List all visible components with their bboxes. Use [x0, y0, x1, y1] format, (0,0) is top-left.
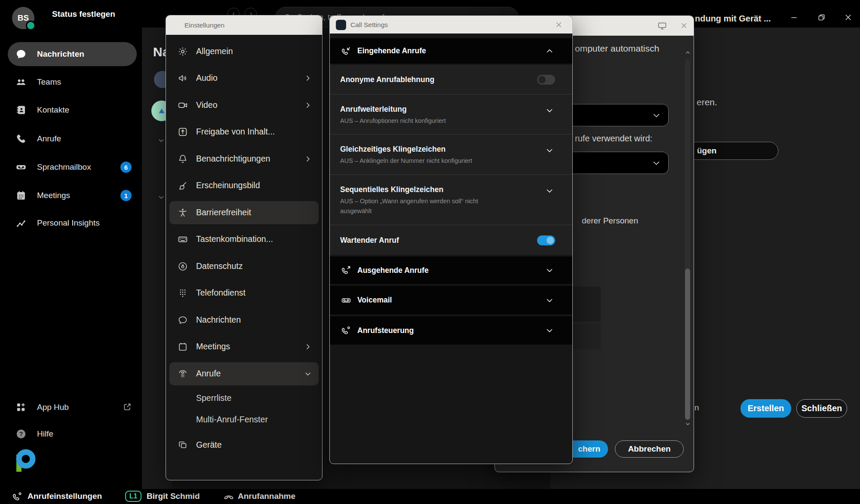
share-icon-wrap [178, 127, 188, 137]
settings-menu-item-datenschutz[interactable]: Datenschutz [166, 256, 322, 277]
settings-menu-item-erscheinungsbild[interactable]: Erscheinungsbild [166, 175, 322, 196]
call-settings-section-label: Anrufsteuerung [357, 326, 414, 335]
settings-menu-item-geräte[interactable]: Geräte [166, 434, 322, 456]
settings-menu-item-freigabe-von-inhalt-[interactable]: Freigabe von Inhalt... [166, 121, 322, 143]
keyboard-icon [178, 234, 188, 244]
scrollbar-up-button[interactable] [685, 49, 691, 56]
call-settings-row-voicemail[interactable]: Voicemail [330, 286, 572, 315]
sidebar-item-sprachmailbox[interactable]: Sprachmailbox6 [0, 155, 142, 179]
sidebar-item-app-hub[interactable]: App Hub [0, 396, 142, 418]
call-settings-row-wartender-anruf[interactable]: Wartender Anruf [330, 225, 572, 255]
sidebar-item-anrufe[interactable]: Anrufe [0, 127, 142, 151]
scrollbar-down-button[interactable] [685, 421, 691, 427]
add-button-fragment[interactable]: ügen [687, 142, 778, 160]
cancel-button[interactable]: Abbrechen [615, 440, 684, 458]
sidebar-item-hilfe[interactable]: Hilfe [0, 423, 142, 445]
call-settings-row-sequentielles-klingelzeichen[interactable]: Sequentielles KlingelzeichenAUS – Option… [330, 174, 572, 225]
devices-icon-wrap [178, 440, 188, 450]
restore-button[interactable] [815, 11, 827, 23]
sidebar-item-teams[interactable]: Teams [0, 70, 142, 94]
chevron-down-icon [651, 110, 661, 120]
people-icon-wrap [15, 76, 27, 88]
settings-menu-item-label: Video [196, 100, 218, 110]
close-button[interactable] [842, 11, 854, 23]
chat-outline-icon [178, 315, 188, 325]
contacts-icon-wrap [15, 104, 27, 116]
sidebar: NachrichtenTeamsKontakteAnrufeSprachmail… [0, 27, 142, 489]
settings-menu-item-telefondienst[interactable]: Telefondienst [166, 282, 322, 304]
line-badge-label: L1 [129, 492, 138, 500]
statusbar-user-name[interactable]: Birgit Schmid [147, 492, 200, 501]
close-window-button[interactable]: Schließen [796, 399, 847, 418]
settings-menu-item-sperrliste[interactable]: Sperrliste [166, 388, 322, 409]
sidebar-item-meetings[interactable]: Meetings1 [0, 183, 142, 208]
sidebar-item-personal-insights[interactable]: Personal Insights [0, 211, 142, 235]
device-connection-fragment[interactable]: ndung mit Gerät ... [695, 14, 771, 24]
settings-menu-item-multi-anruf-fenster[interactable]: Multi-Anruf-Fenster [166, 409, 322, 431]
settings-menu-item-meetings[interactable]: Meetings [166, 336, 322, 357]
phone-gear-icon-wrap [341, 325, 351, 336]
call-outgoing-icon-wrap [341, 265, 351, 275]
close-dialog-button[interactable] [680, 21, 688, 30]
call-settings-row-eingehende-anrufe[interactable]: Eingehende Anrufe [330, 38, 572, 64]
chevron-right-icon-wrap [304, 74, 312, 82]
settings-menu-item-label: Allgemein [196, 46, 233, 56]
settings-menu-item-tastenkombination-[interactable]: Tastenkombination... [166, 229, 322, 250]
minimize-button[interactable] [788, 11, 800, 23]
chevron-down-icon [157, 137, 165, 144]
call-settings-row-anonyme-anrufablehnung[interactable]: Anonyme Anrufablehnung [330, 65, 572, 94]
chevron-up-icon-wrap [545, 46, 554, 56]
toggle-on[interactable] [537, 235, 555, 245]
call-settings-row-anrufweiterleitung[interactable]: AnrufweiterleitungAUS – Anrufoptionen ni… [330, 94, 572, 134]
toggle-off[interactable] [537, 75, 555, 85]
bell-icon-wrap [178, 154, 188, 164]
statusbar-call-settings[interactable]: Anrufeinstellungen [28, 492, 102, 501]
scrollbar-thumb[interactable] [685, 269, 690, 420]
chevron-down-icon-wrap [545, 186, 554, 195]
sidebar-item-kontakte[interactable]: Kontakte [0, 98, 142, 122]
chat-icon [15, 49, 27, 60]
settings-menu-item-label: Erscheinungsbild [196, 180, 260, 190]
chat-outline-icon-wrap [178, 315, 188, 325]
call-settings-section-label: Eingehende Anrufe [357, 46, 426, 55]
settings-menu-item-nachrichten[interactable]: Nachrichten [166, 309, 322, 331]
set-status-button[interactable]: Status festlegen [52, 9, 115, 19]
call-settings-row-ausgehende-anrufe[interactable]: Ausgehende Anrufe [330, 257, 572, 284]
settings-menu-item-benachrichtigungen[interactable]: Benachrichtigungen [166, 148, 322, 170]
settings-menu-item-label: Barrierefreiheit [196, 208, 251, 217]
settings-menu-item-label: Telefondienst [196, 288, 246, 298]
settings-menu-item-audio[interactable]: Audio [166, 67, 322, 89]
settings-menu-item-anrufe[interactable]: Anrufe [166, 363, 322, 385]
chevron-right-icon-wrap [304, 155, 312, 163]
create-button[interactable]: Erstellen [740, 399, 791, 418]
chevron-down-icon-wrap [545, 106, 554, 115]
chevron-down-icon [685, 421, 691, 427]
add-button-label-fragment: ügen [697, 146, 716, 156]
statusbar-call-answer[interactable]: Anrufannahme [238, 492, 295, 501]
call-settings-toggle-label: Anonyme Anrufablehnung [340, 75, 434, 84]
settings-menu-item-label: Benachrichtigungen [196, 154, 270, 164]
gear-icon [178, 46, 188, 57]
settings-menu-item-label: Geräte [196, 440, 222, 450]
chev-down-icon [545, 106, 554, 115]
line-badge[interactable]: L1 [125, 491, 141, 502]
unread-count-badge: 1 [120, 190, 132, 201]
sidebar-item-nachrichten[interactable]: Nachrichten [0, 42, 142, 66]
settings-menu: AllgemeinAudioVideoFreigabe von Inhalt..… [166, 35, 322, 480]
phone-icon-wrap [15, 133, 27, 144]
call-settings-expander-subtitle: AUS – Option „Wann angerufen werden soll… [340, 196, 491, 216]
call-settings-row-gleichzeitiges-klingelzeichen[interactable]: Gleichzeitiges KlingelzeichenAUS – Ankli… [330, 134, 572, 174]
call-settings-rows: Eingehende AnrufeAnonyme AnrufablehnungA… [330, 16, 572, 464]
call-incoming-icon [341, 46, 351, 56]
chev-up-icon [545, 46, 554, 56]
settings-menu-item-video[interactable]: Video [166, 95, 322, 116]
chev-right-icon [304, 342, 312, 351]
accessibility-icon [178, 208, 188, 218]
chev-right-icon [304, 101, 312, 110]
call-settings-row-anrufsteuerung[interactable]: Anrufsteuerung [330, 316, 572, 345]
settings-menu-item-label: Sperrliste [196, 393, 231, 403]
call-settings-section-label: Voicemail [357, 296, 392, 305]
settings-menu-item-allgemein[interactable]: Allgemein [166, 41, 322, 62]
camera-icon-wrap [178, 100, 188, 110]
settings-menu-item-barrierefreiheit[interactable]: Barrierefreiheit [166, 202, 322, 223]
